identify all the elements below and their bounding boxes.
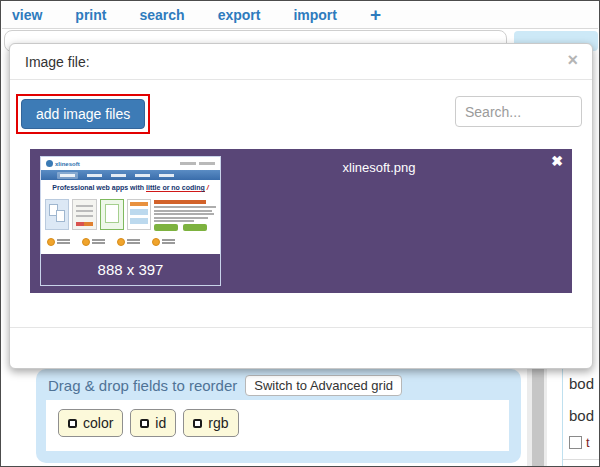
- menu-item-export[interactable]: export: [218, 7, 261, 23]
- preview-screenshot-1: [45, 199, 69, 230]
- file-thumbnail[interactable]: xlinesoft Professional web apps with lit…: [40, 156, 221, 286]
- preview-nav-item: [111, 174, 126, 177]
- fields-reorder-header: Drag & drop fields to reorder Switch to …: [48, 375, 402, 396]
- preview-nav-active-item: [57, 172, 78, 179]
- preview-headline: Professional web apps with little or no …: [41, 180, 220, 198]
- file-name-label: xlinesoft.png: [230, 160, 528, 175]
- field-chip-rgb[interactable]: rgb: [183, 409, 238, 437]
- dialog-footer: [10, 327, 592, 348]
- preview-nav-item: [87, 174, 102, 177]
- drag-handle-icon: [68, 419, 77, 428]
- fields-reorder-panel: Drag & drop fields to reorder Switch to …: [36, 369, 521, 463]
- preview-site-header: xlinesoft: [41, 157, 220, 170]
- field-chip-label: rgb: [208, 415, 228, 431]
- field-chip-label: color: [83, 415, 113, 431]
- app-window: view print search export import + Drag &…: [0, 0, 600, 467]
- right-panel-checkbox-row: t: [569, 435, 590, 450]
- menu-item-print[interactable]: print: [75, 7, 106, 23]
- right-panel-text: bod: [569, 375, 594, 392]
- image-file-dialog: Image file: × add image files xlinesoft: [9, 43, 593, 369]
- fields-container: color id rgb: [46, 400, 509, 451]
- red-highlight-box: add image files: [16, 94, 150, 134]
- right-settings-panel: bod bod t: [562, 369, 600, 467]
- drag-drop-label: Drag & drop fields to reorder: [48, 377, 237, 394]
- checkbox[interactable]: [569, 436, 582, 449]
- dialog-title: Image file:: [25, 54, 90, 70]
- field-chips-row: color id rgb: [46, 400, 509, 446]
- preview-content-row: [41, 198, 220, 235]
- preview-nav-item: [135, 174, 150, 177]
- logo-text: xlinesoft: [55, 161, 80, 167]
- preview-nav-bar: [41, 170, 220, 180]
- menu-item-import[interactable]: import: [293, 7, 337, 23]
- dialog-body: add image files xlinesoft: [10, 80, 592, 348]
- dialog-header: Image file: ×: [10, 44, 592, 80]
- field-chip-id[interactable]: id: [130, 409, 176, 437]
- preview-screenshot-4: [127, 199, 151, 230]
- right-panel-text: bod: [569, 407, 594, 424]
- right-panel-text-fragment: t: [586, 435, 590, 450]
- divider: [563, 459, 600, 460]
- uploaded-file-panel: xlinesoft Professional web apps with lit…: [30, 149, 572, 293]
- field-chip-label: id: [155, 415, 166, 431]
- image-dimensions-label: 888 x 397: [41, 254, 220, 285]
- menu-item-view[interactable]: view: [12, 7, 42, 23]
- plus-icon[interactable]: +: [370, 5, 381, 24]
- preview-top-links: [180, 162, 215, 165]
- thumbnail-image: xlinesoft Professional web apps with lit…: [41, 157, 220, 254]
- preview-text-block: [154, 199, 216, 235]
- preview-green-buttons: [154, 224, 216, 231]
- drag-handle-icon: [140, 419, 149, 428]
- switch-advanced-grid-button[interactable]: Switch to Advanced grid: [245, 375, 402, 396]
- preview-steps-row: [41, 235, 220, 248]
- scrollbar-thumb[interactable]: [532, 369, 544, 467]
- drag-handle-icon: [193, 419, 202, 428]
- close-icon[interactable]: ×: [567, 51, 578, 69]
- preview-screenshot-2: [72, 199, 96, 230]
- add-image-files-button[interactable]: add image files: [21, 99, 145, 129]
- preview-screenshot-3: [100, 199, 124, 230]
- remove-file-icon[interactable]: ✖: [551, 153, 563, 169]
- menu-item-search[interactable]: search: [139, 7, 184, 23]
- top-menu-bar: view print search export import +: [2, 2, 598, 29]
- search-input[interactable]: [455, 96, 582, 127]
- preview-nav-item: [159, 174, 174, 177]
- logo-icon: [46, 160, 53, 167]
- field-chip-color[interactable]: color: [58, 409, 123, 437]
- preview-logo: xlinesoft: [46, 160, 80, 167]
